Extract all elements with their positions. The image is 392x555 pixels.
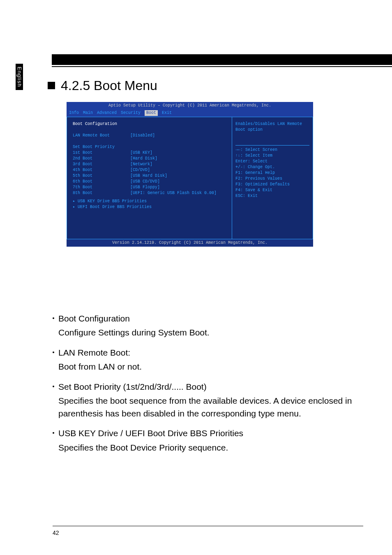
page-number: 42 (53, 530, 59, 536)
bios-boot-label: 6th Boot (73, 179, 130, 185)
bios-tab: Advanced (97, 110, 117, 116)
bullet-dot-icon (53, 317, 54, 319)
bios-lan-remote-value: [Disabled] (130, 133, 155, 139)
bios-tab-row: InfoMainAdvancedSecurityBootExit (67, 109, 313, 117)
bios-help-key-line: Enter: Select (235, 159, 309, 164)
bios-screenshot: Aptio Setup Utility – Copyright (C) 2011… (67, 102, 313, 247)
bullet-dot-icon (53, 432, 54, 434)
bios-boot-label: 3rd Boot (73, 162, 130, 167)
bios-help-key-line: F4: Save & Exit (235, 187, 309, 193)
content-item-title: LAN Remote Boot: (58, 347, 130, 359)
bios-tab: Boot (145, 110, 158, 116)
bios-help-text: Enables/Disables LAN Remote Boot option (235, 121, 309, 133)
bios-help-key-line: F1: General Help (235, 170, 309, 176)
bios-boot-label: 7th Boot (73, 185, 130, 190)
bios-boot-row: 1st Boot[USB KEY] (73, 150, 228, 156)
bios-help-key-line: ↑↓: Select Item (235, 153, 309, 159)
bios-boot-value: [UEFI: Generic USB Flash Disk 0.00] (130, 190, 217, 196)
bios-tab: Main (83, 110, 93, 116)
bios-boot-value: [Hard Disk] (130, 156, 157, 162)
bios-boot-row: 6th Boot[USB CD/DVD] (73, 179, 228, 185)
heading-square-icon (48, 82, 55, 89)
bios-boot-row: 4th Boot[CD/DVD] (73, 167, 228, 173)
bios-left-panel: Boot Configuration LAN Remote Boot [Disa… (67, 117, 232, 239)
content-item-desc: Specifies the Boot Device Priority seque… (58, 442, 363, 454)
bios-title-bar: Aptio Setup Utility – Copyright (C) 2011… (67, 102, 313, 109)
content-item: Set Boot Priority (1st/2nd/3rd/..... Boo… (53, 381, 363, 420)
content-item-desc: Specifies the boot sequence from the ava… (58, 395, 363, 420)
bios-boot-row: 2nd Boot[Hard Disk] (73, 156, 228, 162)
bios-help-panel: Enables/Disables LAN Remote Boot option … (232, 117, 313, 239)
bios-tab: Exit (162, 110, 172, 116)
content-item-desc: Configure Settings during System Boot. (58, 326, 363, 339)
bios-boot-label: 8th Boot (73, 190, 130, 196)
bios-boot-row: 7th Boot[USB Floppy] (73, 185, 228, 190)
content-item: USB KEY Drive / UEFI Boot Drive BBS Prio… (53, 427, 363, 454)
bullet-dot-icon (53, 386, 54, 387)
content-item: LAN Remote Boot:Boot from LAN or not. (53, 347, 363, 373)
content-item-desc: Boot from LAN or not. (58, 361, 363, 373)
content-item-title: USB KEY Drive / UEFI Boot Drive BBS Prio… (58, 427, 243, 439)
bios-boot-value: [CD/DVD] (130, 167, 150, 173)
bios-footer: Version 2.14.1219. Copyright (C) 2011 Am… (67, 239, 313, 247)
bios-boot-value: [Network] (130, 162, 152, 167)
content-item-title: Set Boot Priority (1st/2nd/3rd/..... Boo… (58, 381, 207, 393)
side-language-tab: English (16, 64, 23, 90)
bios-help-key-line: F3: Optimized Defaults (235, 182, 309, 187)
bios-lan-remote-label: LAN Remote Boot (73, 133, 130, 139)
bios-section-title: Boot Configuration (73, 121, 228, 127)
bios-boot-label: 1st Boot (73, 150, 130, 156)
content-item: Boot ConfigurationConfigure Settings dur… (53, 312, 363, 339)
footer-rule (53, 526, 363, 526)
bios-boot-label: 4th Boot (73, 167, 130, 173)
bios-boot-row: 8th Boot[UEFI: Generic USB Flash Disk 0.… (73, 190, 228, 196)
bios-boot-row: 5th Boot[USB Hard Disk] (73, 173, 228, 179)
bios-boot-value: [USB KEY] (130, 150, 152, 156)
heading-text: 4.2.5 Boot Menu (61, 78, 157, 93)
bios-priority-title: Set Boot Priority (73, 144, 228, 150)
bullet-dot-icon (53, 352, 54, 353)
header-divider (52, 66, 392, 67)
bios-submenu-item: ▸ UEFI Boot Drive BBS Priorities (73, 204, 228, 210)
bios-boot-value: [USB Floppy] (130, 185, 160, 190)
bios-submenu-item: ▸ USB KEY Drive BBS Priorities (73, 199, 228, 204)
section-heading: 4.2.5 Boot Menu (48, 78, 157, 93)
content-item-title: Boot Configuration (58, 312, 130, 325)
bios-boot-label: 5th Boot (73, 173, 130, 179)
bios-tab: Security (121, 110, 141, 116)
header-black-bar (52, 54, 392, 65)
bios-lan-remote-row: LAN Remote Boot [Disabled] (73, 133, 228, 139)
bios-boot-value: [USB Hard Disk] (130, 173, 167, 179)
bios-boot-value: [USB CD/DVD] (130, 179, 160, 185)
bios-boot-label: 2nd Boot (73, 156, 130, 162)
bios-tab: Info (69, 110, 79, 116)
bios-boot-row: 3rd Boot[Network] (73, 162, 228, 167)
bios-help-key-line: F2: Previous Values (235, 176, 309, 182)
bios-help-divider (235, 145, 309, 146)
bios-help-key-line: +/-: Change Opt. (235, 164, 309, 170)
bios-help-key-line: →←: Select Screen (235, 147, 309, 153)
bios-help-key-line: ESC: Exit (235, 193, 309, 199)
body-text: Boot ConfigurationConfigure Settings dur… (53, 312, 363, 461)
